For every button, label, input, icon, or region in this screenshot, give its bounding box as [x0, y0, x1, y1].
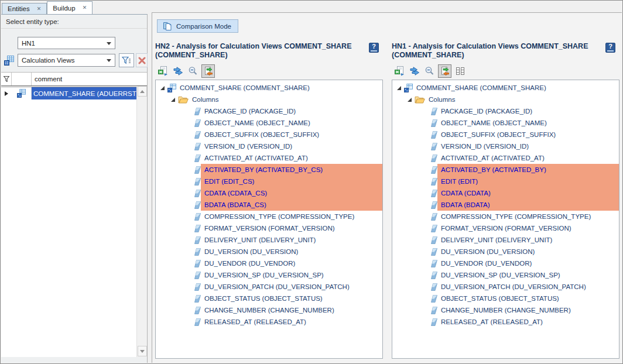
tree-item-row[interactable]: VERSION_ID (VERSION_ID): [392, 140, 619, 152]
forward-arrows-icon: [409, 66, 420, 76]
pane-hn2-title: HN2 - Analysis for Calculation Views COM…: [155, 42, 363, 60]
tree-item-row[interactable]: OBJECT_SUFFIX (OBJECT_SUFFIX): [156, 129, 382, 140]
close-icon[interactable]: ✕: [83, 5, 87, 11]
tree-item-row[interactable]: PACKAGE_ID (PACKAGE_ID): [392, 105, 619, 117]
tree-folder-row[interactable]: Columns: [392, 94, 619, 105]
help-icon[interactable]: ?: [369, 43, 379, 53]
folder-open-icon: [415, 95, 425, 104]
tree-item-row[interactable]: OBJECT_STATUS (OBJECT_STATUS): [156, 293, 382, 304]
list-scrollbar[interactable]: [136, 86, 147, 357]
column-icon: [431, 201, 437, 209]
expand-icon[interactable]: [397, 86, 401, 90]
tree-item-row[interactable]: EDIT (EDIT_CS): [156, 176, 382, 187]
tree-item-row[interactable]: DELIVERY_UNIT (DELIVERY_UNIT): [392, 234, 619, 246]
header-filter-icon[interactable]: [1, 73, 12, 85]
scroll-down-button[interactable]: [138, 346, 147, 356]
tree-item-row[interactable]: DU_VERSION_PATCH (DU_VERSION_PATCH): [156, 281, 382, 293]
tree-item-row[interactable]: DU_VERSION (DU_VERSION): [392, 246, 619, 257]
tree-item-label: BDATA (BDATA): [437, 199, 619, 211]
tree-item-row[interactable]: ACTIVATED_AT (ACTIVATED_AT): [156, 152, 382, 164]
expand-icon[interactable]: [171, 98, 175, 102]
tree-item-row[interactable]: ACTIVATED_AT (ACTIVATED_AT): [392, 152, 619, 164]
tree-item-row[interactable]: DU_VERSION_SP (DU_VERSION_SP): [392, 269, 619, 281]
scroll-up-button[interactable]: [138, 86, 147, 97]
header-comment-column[interactable]: comment: [32, 73, 147, 85]
app-window: Entities ✕ Buildup ✕ Select entity type:…: [0, 0, 623, 364]
export-excel-button[interactable]: [156, 64, 169, 78]
tree-item-row[interactable]: CHANGE_NUMBER (CHANGE_NUMBER): [392, 304, 619, 316]
tree-item-row[interactable]: CDATA (CDATA_CS): [156, 187, 382, 199]
help-icon[interactable]: ?: [605, 43, 615, 53]
tree-item-row[interactable]: BDATA (BDATA): [392, 199, 619, 211]
forward-results-button[interactable]: [408, 64, 421, 78]
entity-list-selected-row[interactable]: COMMENT_SHARE (ADUERRSTEIN_T: [1, 87, 147, 99]
system-dropdown[interactable]: HN1: [18, 37, 115, 49]
tree-item-label: OBJECT_SUFFIX (OBJECT_SUFFIX): [437, 129, 619, 140]
tree-folder-row[interactable]: Columns: [156, 94, 382, 105]
export-excel-button[interactable]: [392, 64, 406, 78]
tree-item-row[interactable]: RELEASED_AT (RELEASED_AT): [392, 316, 619, 328]
comparison-mode-icon: [162, 22, 172, 31]
tree-item-row[interactable]: EDIT (EDIT): [392, 176, 619, 187]
tree-item-row[interactable]: DELIVERY_UNIT (DELIVERY_UNIT): [156, 234, 382, 246]
column-icon: [194, 213, 201, 221]
tree-item-row[interactable]: ACTIVATED_BY (ACTIVATED_BY_CS): [156, 164, 382, 176]
column-layout-button[interactable]: [453, 64, 467, 78]
tree-item-row[interactable]: COMPRESSION_TYPE (COMPRESSION_TYPE): [392, 211, 619, 222]
column-icon: [431, 166, 437, 174]
tree-item-row[interactable]: OBJECT_NAME (OBJECT_NAME): [156, 117, 382, 129]
tree-item-row[interactable]: COMPRESSION_TYPE (COMPRESSION_TYPE): [156, 211, 382, 222]
zoom-out-button[interactable]: [186, 64, 200, 78]
zoom-out-button[interactable]: [423, 64, 436, 78]
tree-root-row[interactable]: COMMENT_SHARE (COMMENT_SHARE): [156, 82, 382, 94]
tree-item-label: PACKAGE_ID (PACKAGE_ID): [437, 105, 619, 117]
column-icon: [194, 119, 201, 127]
tree-item-row[interactable]: DU_VENDOR (DU_VENDOR): [156, 257, 382, 269]
pane-hn2: HN2 - Analysis for Calculation Views COM…: [155, 42, 383, 62]
entity-type-dropdown[interactable]: Calculation Views: [18, 54, 115, 67]
tree-item-row[interactable]: OBJECT_STATUS (OBJECT_STATUS): [392, 293, 619, 304]
tree-item-row[interactable]: PACKAGE_ID (PACKAGE_ID): [156, 105, 382, 117]
tree-root-row[interactable]: COMMENT_SHARE (COMMENT_SHARE): [392, 82, 619, 94]
tree-item-label: OBJECT_NAME (OBJECT_NAME): [201, 117, 382, 129]
tree-item-row[interactable]: DU_VERSION_PATCH (DU_VERSION_PATCH): [392, 281, 619, 293]
tree-item-row[interactable]: DU_VENDOR (DU_VENDOR): [392, 257, 619, 269]
tree-item-row[interactable]: ACTIVATED_BY (ACTIVATED_BY): [392, 164, 619, 176]
tree-item-label: DU_VENDOR (DU_VENDOR): [437, 257, 619, 269]
column-icon: [194, 236, 201, 244]
chevron-down-icon[interactable]: [107, 59, 111, 62]
column-icon: [431, 272, 437, 279]
column-icon: [194, 248, 201, 256]
tab-entities-label: Entities: [8, 5, 30, 12]
tree-item-row[interactable]: VERSION_ID (VERSION_ID): [156, 140, 382, 152]
tab-buildup[interactable]: Buildup ✕: [47, 1, 93, 14]
tree-item-row[interactable]: FORMAT_VERSION (FORMAT_VERSION): [392, 222, 619, 234]
tree-item-row[interactable]: OBJECT_NAME (OBJECT_NAME): [392, 117, 619, 129]
clear-filter-button[interactable]: [136, 53, 148, 67]
forward-results-button[interactable]: [171, 64, 184, 78]
column-icon: [431, 108, 437, 115]
tree-item-row[interactable]: OBJECT_SUFFIX (OBJECT_SUFFIX): [392, 129, 619, 140]
column-icon: [194, 154, 201, 162]
tab-entities[interactable]: Entities ✕: [2, 3, 47, 14]
tree-item-row[interactable]: CHANGE_NUMBER (CHANGE_NUMBER): [156, 304, 382, 316]
expand-icon[interactable]: [408, 98, 412, 102]
compare-mode-toggle-button[interactable]: [438, 64, 451, 78]
tree-item-label: FORMAT_VERSION (FORMAT_VERSION): [201, 222, 382, 234]
tree-item-label: DU_VERSION_PATCH (DU_VERSION_PATCH): [201, 281, 382, 293]
chevron-down-icon[interactable]: [107, 42, 111, 45]
tree-item-row[interactable]: RELEASED_AT (RELEASED_AT): [156, 316, 382, 328]
compare-mode-toggle-button[interactable]: [201, 64, 215, 78]
filter-button[interactable]: [119, 53, 134, 67]
tree-item-row[interactable]: DU_VERSION (DU_VERSION): [156, 246, 382, 257]
comparison-mode-button[interactable]: Comparison Mode: [157, 19, 238, 33]
header-icon-column[interactable]: [12, 73, 32, 85]
tree-item-row[interactable]: FORMAT_VERSION (FORMAT_VERSION): [156, 222, 382, 234]
close-icon[interactable]: ✕: [37, 6, 42, 12]
tree-item-row[interactable]: CDATA (CDATA): [392, 187, 619, 199]
tree-item-label: DU_VERSION_SP (DU_VERSION_SP): [437, 269, 619, 281]
tree-item-label: EDIT (EDIT_CS): [201, 176, 382, 187]
tree-item-row[interactable]: BDATA (BDATA_CS): [156, 199, 382, 211]
tree-item-row[interactable]: DU_VERSION_SP (DU_VERSION_SP): [156, 269, 382, 281]
expand-icon[interactable]: [160, 86, 165, 90]
